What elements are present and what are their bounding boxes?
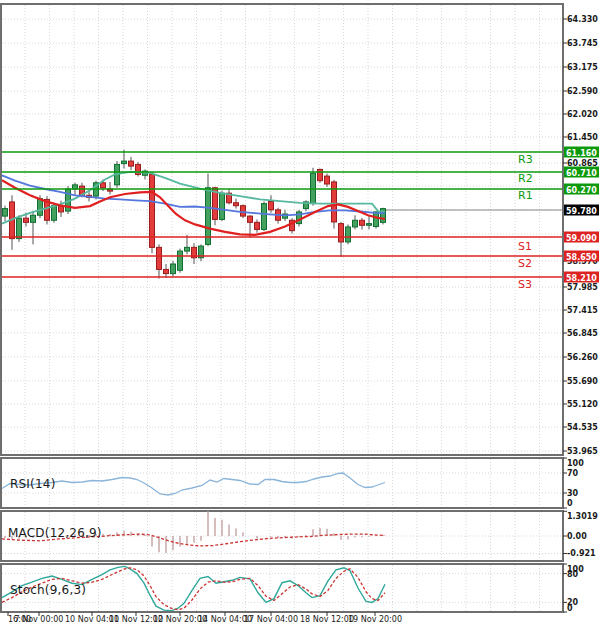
pivot-label-r1: R1 xyxy=(518,189,533,202)
y-axis-label: 61.450 xyxy=(567,133,598,142)
rsi-axis-label: 30 xyxy=(567,489,579,498)
rsi-axis-label: 100 xyxy=(567,459,584,468)
macd-label: MACD(12,26,9) xyxy=(8,526,102,540)
candle-up xyxy=(346,224,351,244)
price-tag-s1: 59.090 xyxy=(564,232,599,243)
stoch-label: Stoch(9,6,3) xyxy=(10,583,86,597)
y-axis-label: 55.690 xyxy=(567,377,598,386)
candle-up xyxy=(17,215,22,242)
pivot-label-r3: R3 xyxy=(518,153,533,166)
macd-axis-label: -0.921 xyxy=(567,549,596,558)
candle-up xyxy=(311,168,316,206)
price-tag-r3-text: 61.160 xyxy=(566,149,597,158)
x-axis-label: 17 Nov 04:00 xyxy=(244,615,298,624)
pivot-label-r2: R2 xyxy=(518,172,533,185)
y-axis-label: 54.535 xyxy=(567,423,598,432)
price-tag-s2-text: 58.650 xyxy=(566,253,597,262)
y-axis-label: 63.745 xyxy=(567,39,598,48)
candle-up xyxy=(381,208,386,225)
x-axis-label: 7 Nov 00:00 xyxy=(15,615,64,624)
macd-axis-label: 1.3019 xyxy=(567,512,598,521)
candle-up xyxy=(178,249,183,273)
price-tag-r2-text: 60.710 xyxy=(566,169,597,178)
price-tag-last-text: 59.780 xyxy=(566,207,597,216)
x-axis-label: 19 Nov 20:00 xyxy=(348,615,402,624)
candle-down xyxy=(136,162,141,177)
candle-down xyxy=(150,172,155,253)
price-tag-s3: 58.210 xyxy=(564,272,599,283)
x-axis-label: 18 Nov 12:00 xyxy=(300,615,354,624)
candle-up xyxy=(220,191,225,221)
rsi-axis-label: 0 xyxy=(567,499,573,508)
y-axis-label: 57.415 xyxy=(567,306,598,315)
y-axis-label: 62.020 xyxy=(567,110,598,119)
y-axis-label: 62.590 xyxy=(567,87,598,96)
y-axis-label: 56.260 xyxy=(567,353,598,362)
pivot-label-s2: S2 xyxy=(518,257,532,270)
technical-analysis-chart: { "chart_data": { "type": "candlestick",… xyxy=(0,0,600,626)
price-tag-r2: 60.710 xyxy=(564,167,599,178)
price-tag-s2: 58.650 xyxy=(564,251,599,262)
stoch-axis-label: 0 xyxy=(567,604,573,613)
y-axis-label: 64.330 xyxy=(567,15,598,24)
candle-down xyxy=(318,169,323,183)
price-tag-s3-text: 58.210 xyxy=(566,274,597,283)
price-tag-s1-text: 59.090 xyxy=(566,234,597,243)
y-axis-label: 57.985 xyxy=(567,283,598,292)
rsi-label: RSI(14) xyxy=(10,477,56,491)
price-tag-r1: 60.270 xyxy=(564,184,599,195)
y-axis-label: 56.845 xyxy=(567,329,598,338)
stoch-axis-label: 80 xyxy=(567,570,579,579)
price-tag-r1-text: 60.270 xyxy=(566,186,597,195)
price-tag-r3: 61.160 xyxy=(564,147,599,158)
y-axis-label: 53.965 xyxy=(567,447,598,456)
pivot-label-s3: S3 xyxy=(518,278,532,291)
y-axis-label: 55.120 xyxy=(567,400,598,409)
price-tag-last: 59.780 xyxy=(564,205,599,216)
macd-axis-label: 0.00 xyxy=(567,532,587,541)
candle-up xyxy=(262,202,267,232)
rsi-axis-label: 70 xyxy=(567,469,579,478)
y-axis-label: 63.175 xyxy=(567,63,598,72)
pivot-label-s1: S1 xyxy=(518,240,532,253)
